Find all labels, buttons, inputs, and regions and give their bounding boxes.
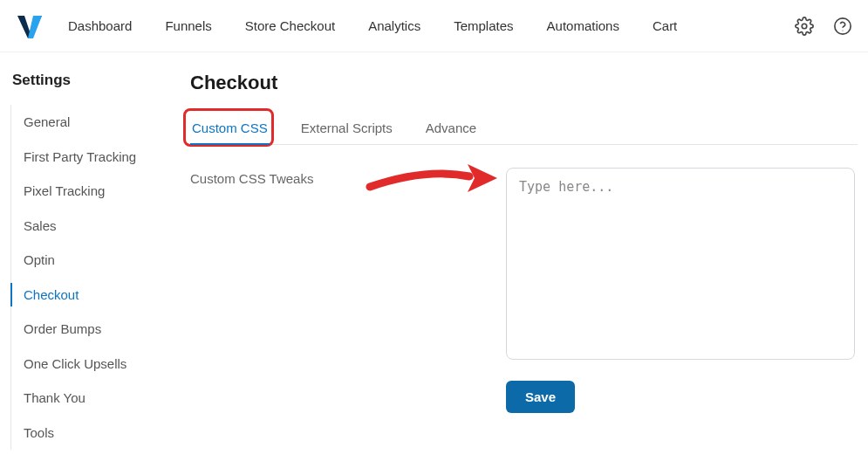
custom-css-textarea[interactable] bbox=[506, 168, 855, 360]
content-panel: Checkout Custom CSS External Scripts Adv… bbox=[164, 72, 858, 450]
sidebar-item-first-party-tracking[interactable]: First Party Tracking bbox=[11, 140, 164, 175]
tab-bar: Custom CSS External Scripts Advance bbox=[190, 114, 858, 145]
gear-icon[interactable] bbox=[795, 17, 814, 36]
tab-custom-css[interactable]: Custom CSS bbox=[190, 114, 270, 144]
custom-css-label: Custom CSS Tweaks bbox=[190, 168, 373, 360]
sidebar-item-one-click-upsells[interactable]: One Click Upsells bbox=[11, 347, 164, 382]
sidebar-item-tools[interactable]: Tools bbox=[11, 416, 164, 451]
svg-point-3 bbox=[835, 17, 851, 33]
nav-store-checkout[interactable]: Store Checkout bbox=[245, 18, 335, 33]
annotation-arrow-icon bbox=[365, 161, 504, 196]
settings-sidebar: Settings General First Party Tracking Pi… bbox=[10, 72, 164, 450]
main-area: Settings General First Party Tracking Pi… bbox=[0, 52, 868, 450]
page-title: Checkout bbox=[190, 72, 858, 94]
help-icon[interactable] bbox=[833, 17, 852, 36]
sidebar-item-sales[interactable]: Sales bbox=[11, 209, 164, 244]
svg-marker-1 bbox=[28, 16, 42, 38]
nav-funnels[interactable]: Funnels bbox=[165, 18, 211, 33]
nav-templates[interactable]: Templates bbox=[454, 18, 513, 33]
sidebar-item-pixel-tracking[interactable]: Pixel Tracking bbox=[11, 174, 164, 209]
tab-advance[interactable]: Advance bbox=[424, 114, 478, 144]
svg-point-2 bbox=[802, 24, 807, 29]
nav-analytics[interactable]: Analytics bbox=[368, 18, 420, 33]
save-button[interactable]: Save bbox=[506, 381, 575, 413]
sidebar-item-order-bumps[interactable]: Order Bumps bbox=[11, 312, 164, 347]
app-logo bbox=[16, 12, 44, 40]
sidebar-list: General First Party Tracking Pixel Track… bbox=[10, 105, 164, 450]
topbar-actions bbox=[795, 17, 852, 36]
custom-css-row: Custom CSS Tweaks bbox=[190, 168, 858, 360]
top-nav: Dashboard Funnels Store Checkout Analyti… bbox=[68, 18, 795, 33]
nav-cart[interactable]: Cart bbox=[653, 18, 677, 33]
nav-automations[interactable]: Automations bbox=[547, 18, 619, 33]
svg-marker-5 bbox=[468, 164, 497, 192]
sidebar-item-checkout[interactable]: Checkout bbox=[11, 278, 164, 313]
tab-external-scripts[interactable]: External Scripts bbox=[299, 114, 394, 144]
sidebar-item-optin[interactable]: Optin bbox=[11, 243, 164, 278]
save-row: Save bbox=[506, 381, 858, 413]
sidebar-item-thank-you[interactable]: Thank You bbox=[11, 381, 164, 416]
topbar: Dashboard Funnels Store Checkout Analyti… bbox=[0, 0, 868, 52]
svg-point-4 bbox=[842, 30, 843, 31]
sidebar-title: Settings bbox=[10, 72, 164, 89]
sidebar-item-general[interactable]: General bbox=[11, 105, 164, 140]
nav-dashboard[interactable]: Dashboard bbox=[68, 18, 132, 33]
